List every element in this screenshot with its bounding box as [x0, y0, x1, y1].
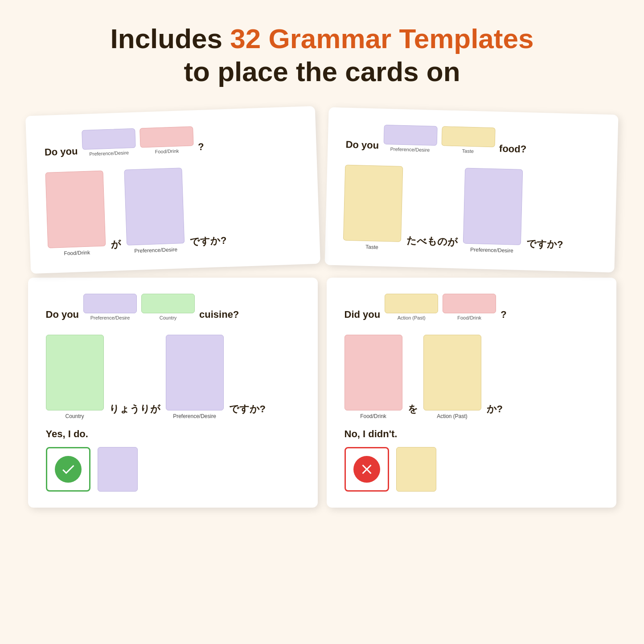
- template-card-3: Do you Preference/Desire Country cuisine…: [28, 278, 318, 508]
- q1-label-preference: Preference/Desire: [89, 150, 129, 156]
- q4-slot-food: Food/Drink: [443, 294, 496, 320]
- q4-card-label-action: Action (Past): [437, 413, 468, 419]
- q3-card-label-country: Country: [65, 413, 84, 419]
- q4-label-action: Action (Past): [398, 315, 426, 320]
- q4-card-label-food: Food/Drink: [360, 413, 386, 419]
- q2-slot-box-preference: [383, 125, 437, 146]
- check-icon: [55, 456, 82, 483]
- x-box: [345, 447, 389, 492]
- q4-card-box-food: [345, 335, 402, 410]
- headline: Includes 32 Grammar Templates to place t…: [111, 22, 534, 89]
- q1-slot-box-food: [139, 126, 193, 148]
- cards-grid: Do you Preference/Desire Food/Drink ? Fo…: [28, 111, 616, 508]
- q4-card-action: Action (Past): [423, 335, 481, 419]
- q2-label-preference: Preference/Desire: [390, 146, 430, 152]
- q2-card-taste: Taste: [343, 164, 403, 250]
- q4-card-box-action: [423, 335, 481, 410]
- q3-answer-section: Yes, I do.: [46, 428, 300, 492]
- q2-card-preference: Preference/Desire: [463, 168, 523, 254]
- q1-slot-food: Food/Drink: [139, 126, 193, 155]
- q4-ka: か?: [487, 402, 503, 419]
- q3-answer-card-lavender: [98, 447, 138, 492]
- q2-card-label-preference: Preference/Desire: [470, 246, 513, 254]
- q2-particle: たべものが: [406, 234, 458, 252]
- headline-highlight: 32 Grammar Templates: [230, 23, 533, 54]
- q2-prefix: Do you: [345, 139, 379, 151]
- q4-answer-section: No, I didn't.: [345, 428, 599, 492]
- q2-card-box-taste: [343, 164, 402, 242]
- q4-slot-box-food: [443, 294, 496, 313]
- q3-label-preference: Preference/Desire: [90, 315, 130, 320]
- q2-label-taste: Taste: [462, 148, 474, 154]
- q1-slot-box-preference: [81, 128, 135, 150]
- sentence-line-1: Do you Preference/Desire Food/Drink ?: [44, 123, 299, 158]
- headline-line1: Includes 32 Grammar Templates: [111, 22, 534, 55]
- template-card-2: Do you Preference/Desire Taste food? Tas…: [324, 107, 618, 272]
- q1-prefix: Do you: [44, 145, 78, 158]
- q4-answer-label: No, I didn't.: [345, 428, 599, 440]
- q4-answer-card-yellow: [396, 447, 436, 492]
- q3-slot-box-preference: [83, 294, 137, 313]
- q4-particle: を: [408, 402, 418, 419]
- q3-slot-preference: Preference/Desire: [83, 294, 137, 320]
- q3-desu: ですか?: [229, 402, 266, 419]
- q2-cards-row: Taste たべものが Preference/Desire ですか?: [343, 164, 599, 256]
- q4-label-food: Food/Drink: [457, 315, 481, 320]
- q1-cards-row: Food/Drink が Preference/Desire ですか?: [45, 164, 302, 257]
- q4-cards-row: Food/Drink を Action (Past) か?: [345, 335, 599, 419]
- q1-card-food: Food/Drink: [45, 170, 106, 257]
- q4-slot-action: Action (Past): [385, 294, 438, 320]
- q1-desu: ですか?: [189, 234, 227, 252]
- q3-card-box-preference: [166, 335, 224, 410]
- q2-suffix: food?: [499, 143, 526, 155]
- q4-prefix: Did you: [345, 309, 381, 320]
- q3-answer-label: Yes, I do.: [46, 428, 300, 440]
- q2-desu: ですか?: [526, 237, 563, 255]
- sentence-line-3: Do you Preference/Desire Country cuisine…: [46, 294, 300, 320]
- q4-slot-box-action: [385, 294, 438, 313]
- q3-card-box-country: [46, 335, 104, 410]
- q1-card-box-preference: [124, 168, 185, 245]
- q4-answer-cards: [345, 447, 599, 492]
- q1-card-label-food: Food/Drink: [64, 249, 90, 256]
- headline-line2: to place the cards on: [111, 55, 534, 88]
- template-card-4: Did you Action (Past) Food/Drink ? Food/…: [327, 278, 616, 508]
- q1-label-food: Food/Drink: [155, 148, 179, 154]
- q1-suffix: ?: [197, 141, 204, 152]
- q3-particle: りょうりが: [109, 402, 160, 419]
- q2-card-box-preference: [463, 168, 522, 245]
- q1-particle: が: [111, 238, 121, 255]
- q1-card-preference: Preference/Desire: [124, 168, 185, 254]
- q3-slot-country: Country: [141, 294, 195, 320]
- q3-card-preference: Preference/Desire: [166, 335, 224, 419]
- q3-prefix: Do you: [46, 309, 79, 320]
- q3-suffix: cuisine?: [199, 309, 239, 320]
- q1-slot-preference: Preference/Desire: [81, 128, 135, 157]
- q1-card-label-preference: Preference/Desire: [134, 246, 177, 254]
- q3-cards-row: Country りょうりが Preference/Desire ですか?: [46, 335, 300, 419]
- q3-card-country: Country: [46, 335, 104, 419]
- x-icon: [353, 456, 380, 483]
- q3-answer-cards: [46, 447, 300, 492]
- q2-slot-preference: Preference/Desire: [383, 125, 437, 153]
- sentence-line-2: Do you Preference/Desire Taste food?: [345, 123, 600, 157]
- q4-suffix: ?: [500, 309, 506, 320]
- sentence-line-4: Did you Action (Past) Food/Drink ?: [345, 294, 599, 320]
- q2-slot-box-taste: [441, 126, 495, 147]
- q4-card-food: Food/Drink: [345, 335, 402, 419]
- q2-card-label-taste: Taste: [365, 244, 378, 250]
- template-card-1: Do you Preference/Desire Food/Drink ? Fo…: [25, 106, 320, 274]
- check-box: [46, 447, 90, 492]
- q3-slot-box-country: [141, 294, 195, 313]
- q3-card-label-preference: Preference/Desire: [173, 413, 216, 419]
- q1-card-box-food: [45, 170, 106, 248]
- q3-label-country: Country: [160, 315, 177, 320]
- q2-slot-taste: Taste: [441, 126, 495, 154]
- headline-prefix: Includes: [111, 23, 230, 54]
